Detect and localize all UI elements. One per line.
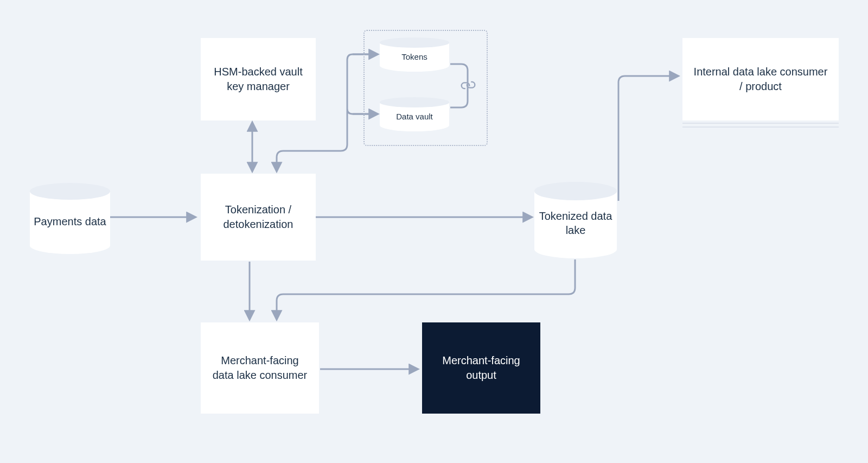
diagram-canvas: Payments data HSM-backed vault key manag… (0, 0, 868, 463)
node-label: Payments data (30, 183, 110, 254)
node-hsm-vault-key-manager: HSM-backed vault key manager (201, 38, 316, 120)
node-tokens-db: Tokens (380, 38, 449, 72)
node-label: Merchant-facing output (432, 353, 531, 383)
node-label: Internal data lake consumer / product (692, 65, 829, 94)
node-data-vault-db: Data vault (380, 98, 449, 131)
node-label: Tokenization / detokenization (210, 202, 306, 232)
node-tokenized-data-lake: Tokenized data lake (534, 182, 617, 258)
node-tokenization: Tokenization / detokenization (201, 174, 316, 261)
node-label: Tokenized data lake (534, 182, 617, 258)
node-label: Tokens (380, 38, 449, 72)
node-merchant-consumer: Merchant-facing data lake consumer (201, 322, 319, 414)
node-internal-consumer-stack: Internal data lake consumer / product (682, 38, 839, 128)
node-payments-data: Payments data (30, 183, 110, 254)
node-label: Data vault (380, 98, 449, 131)
node-merchant-output: Merchant-facing output (422, 322, 540, 414)
node-label: HSM-backed vault key manager (210, 65, 306, 94)
node-label: Merchant-facing data lake consumer (210, 353, 309, 383)
